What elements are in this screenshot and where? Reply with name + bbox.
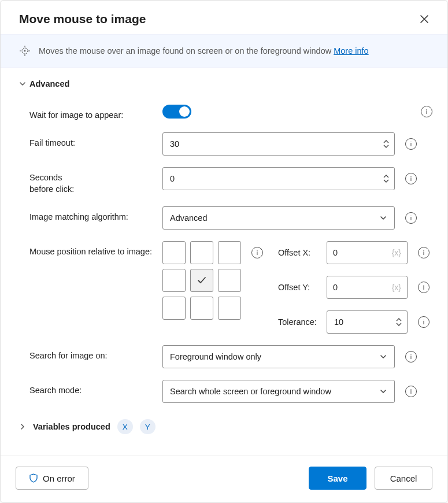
pos-top-left[interactable] (162, 241, 186, 264)
step-up-icon[interactable] (395, 317, 402, 322)
seconds-before-label-line1: Seconds (29, 173, 62, 182)
variable-chip-x[interactable]: X (117, 419, 133, 434)
row-offset-y: Offset Y: 0 {x} i (278, 276, 430, 299)
cancel-button[interactable]: Cancel (375, 467, 432, 490)
info-icon[interactable]: i (405, 173, 417, 184)
fail-timeout-input[interactable]: 30 (162, 132, 395, 156)
step-up-icon[interactable] (383, 174, 390, 179)
advanced-section-toggle[interactable]: Advanced (19, 79, 432, 88)
algorithm-value: Advanced (170, 213, 208, 223)
stepper (395, 317, 402, 327)
step-up-icon[interactable] (383, 139, 390, 144)
pos-top-right[interactable] (218, 241, 241, 264)
toggle-knob (179, 106, 190, 117)
search-mode-value: Search whole screen or foreground window (170, 387, 331, 396)
stepper (383, 174, 390, 183)
close-icon (420, 14, 429, 24)
chevron-down-icon (19, 80, 26, 87)
tolerance-label: Tolerance: (278, 317, 321, 327)
offset-x-value: 0 (333, 248, 338, 257)
pos-mid-right[interactable] (218, 269, 241, 292)
more-info-link[interactable]: More info (334, 46, 368, 56)
cancel-label: Cancel (390, 474, 417, 483)
save-label: Save (327, 474, 347, 483)
chevron-down-icon (379, 214, 387, 222)
shield-icon (29, 474, 38, 483)
row-search-mode: Search mode: Search whole screen or fore… (19, 374, 432, 409)
titlebar: Move mouse to image (1, 1, 447, 34)
info-icon[interactable]: i (405, 351, 417, 363)
info-icon[interactable]: i (405, 138, 417, 150)
pos-mid-left[interactable] (162, 269, 186, 292)
row-wait-for-image: Wait for image to appear: i (19, 99, 432, 127)
wait-label: Wait for image to appear: (29, 105, 155, 121)
offset-x-input[interactable]: 0 {x} (327, 241, 408, 264)
seconds-before-label: Seconds before click: (29, 167, 155, 195)
variables-section-toggle[interactable]: Variables produced X Y (19, 419, 432, 434)
search-on-label: Search for image on: (29, 345, 155, 361)
search-on-value: Foreground window only (170, 352, 261, 361)
pos-bot-right[interactable] (218, 297, 241, 320)
on-error-label: On error (43, 474, 75, 483)
info-icon[interactable]: i (251, 247, 263, 258)
variable-chip-y[interactable]: Y (140, 419, 155, 434)
tolerance-input[interactable]: 10 (327, 310, 408, 334)
chevron-down-icon (379, 387, 387, 395)
info-icon[interactable]: i (405, 386, 417, 397)
search-mode-label: Search mode: (29, 380, 155, 396)
content-area: Advanced Wait for image to appear: i Fai… (1, 68, 447, 456)
infobar-description: Moves the mouse over an image found on s… (39, 46, 334, 56)
algorithm-select[interactable]: Advanced (162, 206, 395, 230)
seconds-before-input[interactable]: 0 (162, 167, 395, 190)
info-icon[interactable]: i (418, 247, 430, 258)
step-down-icon[interactable] (383, 144, 390, 149)
stepper (383, 139, 390, 149)
chevron-down-icon (379, 353, 387, 361)
dialog-title: Move mouse to image (19, 12, 146, 26)
row-fail-timeout: Fail timeout: 30 i (19, 127, 432, 161)
seconds-before-label-line2: before click: (29, 184, 74, 194)
search-mode-select[interactable]: Search whole screen or foreground window (162, 380, 395, 403)
search-on-select[interactable]: Foreground window only (162, 345, 395, 368)
footer: On error Save Cancel (1, 456, 447, 502)
save-button[interactable]: Save (309, 467, 366, 490)
on-error-button[interactable]: On error (16, 467, 88, 490)
seconds-before-value: 0 (170, 174, 378, 183)
pos-label: Mouse position relative to image: (29, 241, 155, 257)
offset-y-input[interactable]: 0 {x} (327, 276, 408, 299)
offset-y-value: 0 (333, 283, 338, 292)
info-icon[interactable]: i (405, 212, 417, 224)
infobar: Moves the mouse over an image found on s… (1, 34, 447, 68)
pos-center[interactable] (190, 269, 213, 292)
position-grid (162, 241, 241, 320)
info-icon[interactable]: i (421, 106, 432, 117)
wait-toggle[interactable] (162, 105, 191, 119)
row-matching-algorithm: Image matching algorithm: Advanced i (19, 201, 432, 235)
offset-y-label: Offset Y: (278, 283, 321, 292)
fail-timeout-label: Fail timeout: (29, 132, 155, 149)
row-offset-x: Offset X: 0 {x} i (278, 241, 430, 264)
algo-label: Image matching algorithm: (29, 206, 155, 223)
row-search-on: Search for image on: Foreground window o… (19, 339, 432, 374)
pos-bot-center[interactable] (190, 297, 213, 320)
chevron-right-icon (19, 423, 26, 430)
variables-label: Variables produced (33, 422, 110, 431)
info-icon[interactable]: i (418, 282, 430, 293)
pos-top-center[interactable] (190, 241, 213, 264)
variable-placeholder-icon[interactable]: {x} (392, 248, 401, 257)
pos-bot-left[interactable] (162, 297, 186, 320)
row-mouse-position: Mouse position relative to image: i (19, 235, 432, 339)
close-button[interactable] (416, 11, 432, 27)
variable-placeholder-icon[interactable]: {x} (392, 283, 401, 292)
target-icon (19, 45, 31, 57)
info-icon[interactable]: i (418, 316, 430, 328)
svg-point-1 (24, 50, 26, 52)
step-down-icon[interactable] (395, 322, 402, 327)
fail-timeout-value: 30 (170, 139, 378, 149)
infobar-text: Moves the mouse over an image found on s… (39, 46, 369, 56)
offset-block: Offset X: 0 {x} i Offset Y: 0 {x} (278, 241, 430, 334)
row-tolerance: Tolerance: 10 i (278, 310, 430, 334)
check-icon (197, 275, 207, 286)
tolerance-value: 10 (334, 317, 391, 327)
step-down-icon[interactable] (383, 179, 390, 183)
